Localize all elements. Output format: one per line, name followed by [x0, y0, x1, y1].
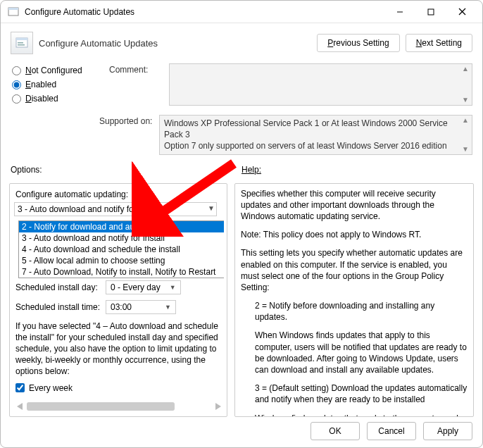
svg-rect-8 — [18, 42, 23, 44]
scroll-thumb[interactable] — [27, 402, 175, 411]
comment-scrollbar[interactable]: ▲▼ — [459, 64, 472, 105]
dialog-buttons: OK Cancel Apply — [310, 422, 472, 440]
svg-rect-9 — [18, 44, 25, 46]
supported-row: Supported on: Windows XP Professional Se… — [1, 108, 482, 162]
install-time-label: Scheduled install time: — [15, 302, 106, 312]
chevron-down-icon: ▼ — [165, 304, 171, 311]
next-setting-button[interactable]: Next Setting — [406, 34, 472, 52]
section-labels: Options: Help: — [1, 162, 482, 178]
help-text: Windows finds updates that apply to the … — [241, 413, 468, 417]
help-text: Note: This policy does not apply to Wind… — [241, 229, 468, 240]
configure-dropdown-list[interactable]: 2 - Notify for download and auto install… — [18, 220, 224, 278]
radio-not-configured[interactable]: Not Configured — [11, 63, 109, 77]
scroll-down-icon[interactable]: ▼ — [462, 97, 469, 104]
configure-label: Configure automatic updating: — [14, 188, 224, 201]
dropdown-item[interactable]: 3 - Auto download and notify for install — [19, 232, 224, 244]
help-text: Specifies whether this computer will rec… — [241, 188, 468, 223]
scroll-up-icon[interactable]: ▲ — [462, 66, 469, 73]
titlebar: Configure Automatic Updates — [1, 1, 482, 23]
minimize-button[interactable] — [385, 3, 415, 21]
configure-combo[interactable]: 3 - Auto download and notify for install… — [14, 202, 217, 216]
svg-rect-3 — [428, 9, 434, 15]
chevron-down-icon: ▼ — [170, 284, 176, 291]
help-text: 2 = Notify before downloading and instal… — [241, 300, 468, 323]
options-label: Options: — [11, 165, 242, 175]
install-day-combo[interactable]: 0 - Every day▼ — [106, 280, 181, 294]
dropdown-item[interactable]: 4 - Auto download and schedule the insta… — [19, 244, 224, 255]
scroll-up-icon[interactable]: ▲ — [462, 117, 469, 124]
help-text: 3 = (Default setting) Download the updat… — [241, 382, 468, 405]
radio-group: Not Configured document.querySelector('[… — [11, 63, 109, 106]
help-text: This setting lets you specify whether au… — [241, 247, 468, 293]
install-time-row: Scheduled install time: 03:00▼ — [14, 298, 224, 316]
app-icon — [8, 6, 19, 18]
radio-enabled[interactable]: Enabled — [11, 77, 109, 92]
supported-scrollbar[interactable]: ▲▼ — [459, 116, 472, 154]
window-title: Configure Automatic Updates — [25, 7, 384, 17]
install-day-row: Scheduled install day: 0 - Every day▼ — [14, 278, 224, 297]
install-time-combo[interactable]: 03:00▼ — [106, 300, 176, 314]
cancel-button[interactable]: Cancel — [367, 422, 416, 440]
options-hscrollbar[interactable] — [27, 402, 211, 411]
header: Configure Automatic Updates Previous Set… — [1, 23, 482, 61]
supported-label: Supported on: — [99, 115, 159, 155]
policy-icon — [11, 32, 33, 54]
options-panel: Configure automatic updating: 3 - Auto d… — [9, 183, 227, 417]
svg-rect-7 — [16, 38, 27, 40]
dropdown-item[interactable]: 2 - Notify for download and auto install — [19, 221, 224, 232]
every-week-checkbox[interactable]: Every week — [14, 379, 224, 396]
help-label: Help: — [242, 165, 472, 175]
help-text: When Windows finds updates that apply to… — [241, 330, 468, 375]
install-day-label: Scheduled install day: — [15, 282, 106, 292]
radio-disabled[interactable]: Disabled — [11, 92, 109, 106]
comment-label: Comment: — [109, 63, 169, 106]
scroll-down-icon[interactable]: ▼ — [462, 146, 469, 153]
supported-text: Windows XP Professional Service Pack 1 o… — [159, 115, 472, 155]
apply-button[interactable]: Apply — [423, 422, 472, 440]
header-title: Configure Automatic Updates — [39, 38, 311, 49]
close-button[interactable] — [447, 3, 477, 21]
dropdown-item[interactable]: 5 - Allow local admin to choose setting — [19, 255, 224, 266]
config-row: Not Configured document.querySelector('[… — [1, 61, 482, 108]
maximize-button[interactable] — [416, 3, 446, 21]
help-panel: Specifies whether this computer will rec… — [234, 183, 474, 417]
chevron-down-icon: ▼ — [208, 204, 215, 212]
previous-setting-button[interactable]: Previous Setting — [317, 34, 399, 52]
dropdown-item[interactable]: 7 - Auto Download, Notify to install, No… — [19, 266, 224, 278]
panels: Configure automatic updating: 3 - Auto d… — [1, 178, 482, 417]
comment-textbox[interactable]: ▲▼ — [169, 63, 472, 106]
ok-button[interactable]: OK — [310, 422, 360, 440]
svg-rect-1 — [8, 8, 18, 10]
options-paragraph: If you have selected "4 – Auto download … — [14, 316, 224, 379]
